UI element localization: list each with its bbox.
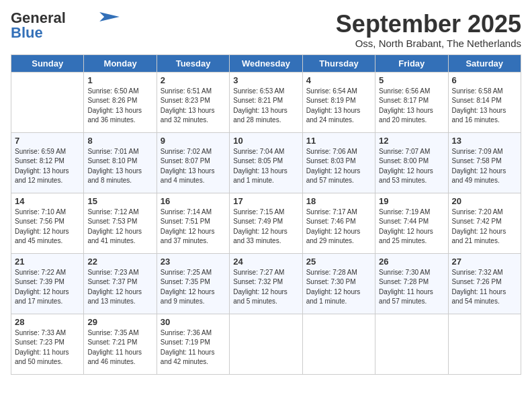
day-info: Sunrise: 6:56 AM Sunset: 8:17 PM Dayligh… xyxy=(379,87,444,126)
column-header-wednesday: Wednesday xyxy=(230,54,302,72)
calendar-cell: 2Sunrise: 6:51 AM Sunset: 8:23 PM Daylig… xyxy=(157,72,229,132)
day-info: Sunrise: 7:04 AM Sunset: 8:05 PM Dayligh… xyxy=(233,147,298,186)
logo-icon xyxy=(99,12,120,21)
calendar-cell: 18Sunrise: 7:17 AM Sunset: 7:46 PM Dayli… xyxy=(302,193,375,253)
day-number: 21 xyxy=(15,257,80,267)
calendar-cell: 14Sunrise: 7:10 AM Sunset: 7:56 PM Dayli… xyxy=(11,193,84,253)
calendar-cell: 12Sunrise: 7:07 AM Sunset: 8:00 PM Dayli… xyxy=(375,132,448,193)
calendar-cell: 30Sunrise: 7:36 AM Sunset: 7:19 PM Dayli… xyxy=(157,314,229,374)
day-info: Sunrise: 7:10 AM Sunset: 7:56 PM Dayligh… xyxy=(15,208,80,246)
calendar-cell: 22Sunrise: 7:23 AM Sunset: 7:37 PM Dayli… xyxy=(84,253,157,314)
day-number: 25 xyxy=(306,257,371,267)
day-info: Sunrise: 7:22 AM Sunset: 7:39 PM Dayligh… xyxy=(15,268,80,307)
calendar-cell xyxy=(11,72,84,132)
calendar-week-row: 21Sunrise: 7:22 AM Sunset: 7:39 PM Dayli… xyxy=(11,253,521,314)
day-number: 28 xyxy=(15,317,80,327)
column-header-monday: Monday xyxy=(84,54,157,72)
calendar-cell: 9Sunrise: 7:02 AM Sunset: 8:07 PM Daylig… xyxy=(157,132,229,193)
day-number: 12 xyxy=(379,136,444,146)
calendar-cell: 8Sunrise: 7:01 AM Sunset: 8:10 PM Daylig… xyxy=(84,132,157,193)
calendar-cell: 10Sunrise: 7:04 AM Sunset: 8:05 PM Dayli… xyxy=(230,132,302,193)
day-info: Sunrise: 6:50 AM Sunset: 8:26 PM Dayligh… xyxy=(87,87,152,126)
day-info: Sunrise: 7:36 AM Sunset: 7:19 PM Dayligh… xyxy=(161,328,226,367)
calendar-cell: 26Sunrise: 7:30 AM Sunset: 7:28 PM Dayli… xyxy=(375,253,448,314)
location-subtitle: Oss, North Brabant, The Netherlands xyxy=(336,38,521,49)
title-block: September 2025 Oss, North Brabant, The N… xyxy=(336,11,521,49)
logo-text: General xyxy=(11,11,66,26)
day-number: 18 xyxy=(306,196,371,206)
calendar-cell: 21Sunrise: 7:22 AM Sunset: 7:39 PM Dayli… xyxy=(11,253,84,314)
day-info: Sunrise: 6:51 AM Sunset: 8:23 PM Dayligh… xyxy=(161,87,226,126)
calendar-week-row: 14Sunrise: 7:10 AM Sunset: 7:56 PM Dayli… xyxy=(11,193,521,253)
day-info: Sunrise: 7:02 AM Sunset: 8:07 PM Dayligh… xyxy=(161,147,226,186)
calendar-cell xyxy=(302,314,375,374)
day-number: 7 xyxy=(15,136,80,146)
day-number: 26 xyxy=(379,257,444,267)
calendar-cell: 4Sunrise: 6:54 AM Sunset: 8:19 PM Daylig… xyxy=(302,72,375,132)
day-number: 13 xyxy=(452,136,517,146)
day-info: Sunrise: 7:27 AM Sunset: 7:32 PM Dayligh… xyxy=(233,268,298,307)
logo-blue: Blue xyxy=(11,26,43,40)
calendar-cell xyxy=(375,314,448,374)
day-info: Sunrise: 7:06 AM Sunset: 8:03 PM Dayligh… xyxy=(306,147,371,186)
calendar-cell: 17Sunrise: 7:15 AM Sunset: 7:49 PM Dayli… xyxy=(230,193,302,253)
calendar-cell: 13Sunrise: 7:09 AM Sunset: 7:58 PM Dayli… xyxy=(448,132,521,193)
day-info: Sunrise: 7:30 AM Sunset: 7:28 PM Dayligh… xyxy=(379,268,444,307)
day-number: 10 xyxy=(233,136,298,146)
day-info: Sunrise: 6:58 AM Sunset: 8:14 PM Dayligh… xyxy=(452,87,517,126)
calendar-cell: 3Sunrise: 6:53 AM Sunset: 8:21 PM Daylig… xyxy=(230,72,302,132)
calendar-table: SundayMondayTuesdayWednesdayThursdayFrid… xyxy=(11,54,521,375)
calendar-week-row: 28Sunrise: 7:33 AM Sunset: 7:23 PM Dayli… xyxy=(11,314,521,374)
calendar-cell: 24Sunrise: 7:27 AM Sunset: 7:32 PM Dayli… xyxy=(230,253,302,314)
day-info: Sunrise: 7:23 AM Sunset: 7:37 PM Dayligh… xyxy=(87,268,152,307)
day-number: 19 xyxy=(379,196,444,206)
calendar-cell: 28Sunrise: 7:33 AM Sunset: 7:23 PM Dayli… xyxy=(11,314,84,374)
column-header-tuesday: Tuesday xyxy=(157,54,229,72)
day-number: 4 xyxy=(306,75,371,85)
day-number: 23 xyxy=(161,257,226,267)
day-info: Sunrise: 7:20 AM Sunset: 7:42 PM Dayligh… xyxy=(452,208,517,246)
day-info: Sunrise: 7:17 AM Sunset: 7:46 PM Dayligh… xyxy=(306,208,371,246)
day-info: Sunrise: 7:07 AM Sunset: 8:00 PM Dayligh… xyxy=(379,147,444,186)
day-info: Sunrise: 7:01 AM Sunset: 8:10 PM Dayligh… xyxy=(87,147,152,186)
day-number: 2 xyxy=(161,75,226,85)
day-info: Sunrise: 7:32 AM Sunset: 7:26 PM Dayligh… xyxy=(452,268,517,307)
logo: General Blue xyxy=(11,11,120,40)
day-number: 14 xyxy=(15,196,80,206)
day-number: 15 xyxy=(87,196,152,206)
calendar-cell: 29Sunrise: 7:35 AM Sunset: 7:21 PM Dayli… xyxy=(84,314,157,374)
column-header-sunday: Sunday xyxy=(11,54,84,72)
calendar-cell: 15Sunrise: 7:12 AM Sunset: 7:53 PM Dayli… xyxy=(84,193,157,253)
calendar-cell: 7Sunrise: 6:59 AM Sunset: 8:12 PM Daylig… xyxy=(11,132,84,193)
calendar-cell: 11Sunrise: 7:06 AM Sunset: 8:03 PM Dayli… xyxy=(302,132,375,193)
day-number: 27 xyxy=(452,257,517,267)
calendar-cell: 1Sunrise: 6:50 AM Sunset: 8:26 PM Daylig… xyxy=(84,72,157,132)
day-number: 20 xyxy=(452,196,517,206)
calendar-cell xyxy=(230,314,302,374)
calendar-cell: 5Sunrise: 6:56 AM Sunset: 8:17 PM Daylig… xyxy=(375,72,448,132)
svg-marker-0 xyxy=(99,12,120,21)
day-number: 24 xyxy=(233,257,298,267)
day-info: Sunrise: 7:35 AM Sunset: 7:21 PM Dayligh… xyxy=(87,328,152,367)
page-header: General Blue September 2025 Oss, North B… xyxy=(11,11,521,49)
day-number: 30 xyxy=(161,317,226,327)
day-number: 22 xyxy=(87,257,152,267)
day-info: Sunrise: 7:12 AM Sunset: 7:53 PM Dayligh… xyxy=(87,208,152,246)
day-number: 1 xyxy=(87,75,152,85)
day-number: 17 xyxy=(233,196,298,206)
day-info: Sunrise: 7:14 AM Sunset: 7:51 PM Dayligh… xyxy=(161,208,226,246)
day-number: 3 xyxy=(233,75,298,85)
calendar-week-row: 1Sunrise: 6:50 AM Sunset: 8:26 PM Daylig… xyxy=(11,72,521,132)
column-header-saturday: Saturday xyxy=(448,54,521,72)
day-number: 8 xyxy=(87,136,152,146)
day-info: Sunrise: 7:09 AM Sunset: 7:58 PM Dayligh… xyxy=(452,147,517,186)
calendar-cell: 19Sunrise: 7:19 AM Sunset: 7:44 PM Dayli… xyxy=(375,193,448,253)
calendar-cell: 6Sunrise: 6:58 AM Sunset: 8:14 PM Daylig… xyxy=(448,72,521,132)
column-header-thursday: Thursday xyxy=(302,54,375,72)
day-info: Sunrise: 7:15 AM Sunset: 7:49 PM Dayligh… xyxy=(233,208,298,246)
calendar-cell xyxy=(448,314,521,374)
month-year-title: September 2025 xyxy=(336,11,521,38)
day-number: 16 xyxy=(161,196,226,206)
day-info: Sunrise: 6:54 AM Sunset: 8:19 PM Dayligh… xyxy=(306,87,371,126)
calendar-header-row: SundayMondayTuesdayWednesdayThursdayFrid… xyxy=(11,54,521,72)
